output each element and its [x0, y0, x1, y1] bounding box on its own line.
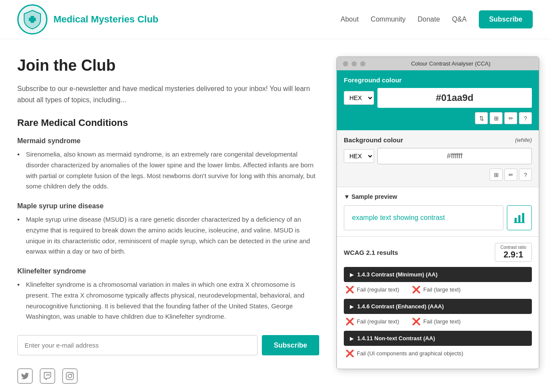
cca-criterion-play-1: ▶ — [350, 304, 354, 310]
section-heading: Rare Medical Conditions — [17, 117, 319, 129]
cca-bg-section: Background colour (white) HEX RGB HSL ⊞ … — [337, 130, 539, 187]
cca-bg-format-select[interactable]: HEX RGB HSL — [344, 149, 374, 163]
cca-titlebar: Colour Contrast Analyser (CCA) — [337, 57, 539, 70]
cca-results-row-2: ❌ Fail (UI components and graphical obje… — [344, 349, 532, 358]
page-title: Join the Club — [17, 56, 319, 75]
site-title: Medical Mysteries Club — [53, 14, 158, 25]
cca-wcag-label: WCAG 2.1 results — [344, 249, 398, 256]
cca-bg-header: Background colour (white) — [344, 136, 532, 144]
nav-donate[interactable]: Donate — [418, 16, 440, 23]
email-input[interactable] — [17, 335, 258, 355]
cca-fg-help-btn[interactable]: ? — [519, 112, 532, 124]
header-left: Medical Mysteries Club — [17, 4, 158, 34]
cca-bg-settings-btn[interactable]: ⊞ — [490, 169, 503, 181]
site-logo — [17, 4, 47, 34]
intro-text: Subscribe to our e-newsletter and have m… — [17, 83, 319, 105]
cca-fg-format-select[interactable]: HEX RGB HSL — [344, 91, 374, 105]
nav-qa[interactable]: Q&A — [452, 16, 467, 23]
cca-contrast-box: Contrast ratio 2.9:1 — [495, 243, 532, 262]
svg-rect-1 — [29, 18, 36, 21]
cca-bg-hex-input[interactable] — [377, 148, 532, 164]
cca-fg-input-row: HEX RGB HSL — [344, 88, 532, 108]
condition-list-1: Maple syrup urine disease (MSUD) is a ra… — [17, 214, 319, 257]
email-form: Subscribe — [17, 335, 319, 355]
svg-rect-8 — [519, 215, 521, 223]
svg-rect-7 — [515, 218, 517, 223]
cca-fg-section: Foreground colour HEX RGB HSL ⇅ ⊞ ✏ ? — [337, 70, 539, 130]
cca-fg-eyedropper-btn[interactable]: ✏ — [504, 112, 517, 124]
cca-criterion-label-2: 1.4.11 Non-text Contrast (AA) — [357, 335, 435, 342]
titlebar-dot-red — [343, 61, 348, 66]
cca-bg-label: Background colour — [344, 136, 403, 144]
cca-preview-chart-btn[interactable] — [507, 205, 532, 230]
cca-panel: Colour Contrast Analyser (CCA) Foregroun… — [336, 56, 539, 369]
cca-bg-note: (white) — [515, 137, 532, 143]
cca-criterion-label-1: 1.4.6 Contrast (Enhanced) (AAA) — [357, 303, 444, 310]
condition-item-1: Maple syrup urine disease (MSUD) is a ra… — [17, 214, 319, 257]
nav-community[interactable]: Community — [371, 16, 405, 23]
condition-list-2: Klinefelter syndrome is a chromosomal va… — [17, 279, 319, 322]
cca-fg-hex-input[interactable] — [377, 88, 532, 108]
cca-fg-tools: ⇅ ⊞ ✏ ? — [344, 112, 532, 124]
twitter-icon[interactable] — [17, 368, 33, 384]
condition-title-0: Mermaid syndrome — [17, 137, 319, 145]
cca-criterion-1[interactable]: ▶ 1.4.6 Contrast (Enhanced) (AAA) — [344, 299, 532, 314]
main-nav: About Community Donate Q&A Subscribe — [341, 10, 533, 28]
social-icons — [17, 368, 319, 384]
fail-icon-1-0: ❌ — [346, 317, 354, 326]
instagram-icon[interactable] — [62, 368, 78, 384]
condition-item-2: Klinefelter syndrome is a chromosomal va… — [17, 279, 319, 322]
cca-result-text-0-0: Fail (regular text) — [357, 286, 399, 293]
cca-result-0-0: ❌ Fail (regular text) — [346, 285, 399, 294]
cca-contrast-ratio-value: 2.9:1 — [500, 250, 526, 260]
chart-icon — [513, 211, 526, 224]
cca-wcag-section: WCAG 2.1 results Contrast ratio 2.9:1 ▶ … — [337, 237, 539, 369]
subscribe-button[interactable]: Subscribe — [262, 335, 319, 355]
cca-results-row-0: ❌ Fail (regular text) ❌ Fail (large text… — [344, 285, 532, 294]
cca-result-text-0-1: Fail (large text) — [423, 286, 461, 293]
cca-preview-text: example text showing contrast — [344, 205, 503, 230]
cca-contrast-ratio-label: Contrast ratio — [500, 245, 526, 250]
titlebar-dot-green — [360, 61, 365, 66]
svg-point-6 — [71, 373, 72, 375]
cca-title: Colour Contrast Analyser (CCA) — [369, 60, 533, 67]
cca-fg-swap-btn[interactable]: ⇅ — [475, 112, 488, 124]
cca-bg-eyedropper-btn[interactable]: ✏ — [504, 169, 517, 181]
cca-bg-input-row: HEX RGB HSL — [344, 148, 532, 164]
cca-result-text-1-0: Fail (regular text) — [357, 318, 399, 325]
main-layout: Join the Club Subscribe to our e-newslet… — [0, 39, 550, 392]
fail-icon-0-1: ❌ — [412, 285, 421, 294]
cca-preview-row: example text showing contrast — [344, 205, 532, 230]
svg-rect-3 — [49, 374, 50, 376]
nav-about[interactable]: About — [341, 16, 359, 23]
nav-subscribe-button[interactable]: Subscribe — [479, 10, 533, 28]
svg-point-5 — [68, 374, 72, 378]
condition-title-1: Maple syrup urine disease — [17, 202, 319, 210]
cca-criterion-play-0: ▶ — [350, 272, 354, 278]
svg-rect-4 — [66, 373, 74, 380]
cca-wcag-header: WCAG 2.1 results Contrast ratio 2.9:1 — [344, 243, 532, 262]
fail-icon-0-0: ❌ — [346, 285, 354, 294]
condition-item-0: Sirenomelia, also known as mermaid syndr… — [17, 149, 319, 192]
cca-bg-help-btn[interactable]: ? — [519, 169, 532, 181]
cca-result-1-0: ❌ Fail (regular text) — [346, 317, 399, 326]
cca-result-2-0: ❌ Fail (UI components and graphical obje… — [346, 349, 463, 358]
cca-criterion-2[interactable]: ▶ 1.4.11 Non-text Contrast (AA) — [344, 331, 532, 346]
fail-icon-2-0: ❌ — [346, 349, 354, 358]
twitch-icon[interactable] — [40, 368, 55, 384]
svg-rect-2 — [47, 374, 47, 376]
cca-fg-label: Foreground colour — [344, 76, 532, 84]
cca-fg-settings-btn[interactable]: ⊞ — [490, 112, 503, 124]
cca-criterion-0[interactable]: ▶ 1.4.3 Contrast (Minimum) (AA) — [344, 267, 532, 282]
content-area: Join the Club Subscribe to our e-newslet… — [17, 56, 319, 384]
cca-preview-section: ▼ Sample preview example text showing co… — [337, 187, 539, 237]
cca-results-row-1: ❌ Fail (regular text) ❌ Fail (large text… — [344, 317, 532, 326]
cca-result-1-1: ❌ Fail (large text) — [412, 317, 461, 326]
cca-result-0-1: ❌ Fail (large text) — [412, 285, 461, 294]
cca-result-text-2-0: Fail (UI components and graphical object… — [357, 350, 463, 357]
condition-title-2: Klinefelter syndrome — [17, 267, 319, 275]
svg-rect-9 — [522, 213, 524, 223]
titlebar-dot-yellow — [352, 61, 357, 66]
cca-criterion-play-2: ▶ — [350, 336, 354, 342]
cca-bg-tools: ⊞ ✏ ? — [344, 169, 532, 181]
